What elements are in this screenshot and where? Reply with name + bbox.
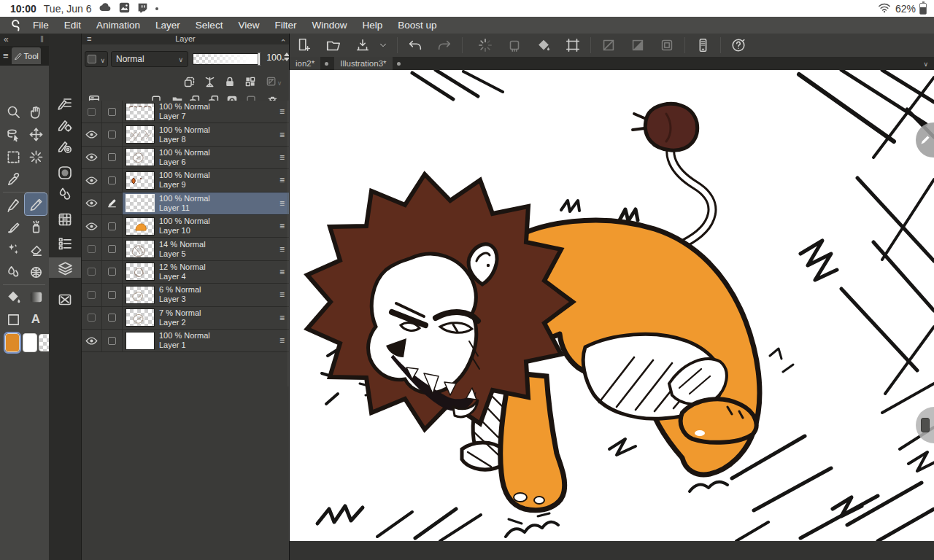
brush-size-icon[interactable] [49, 136, 81, 157]
menu-edit[interactable]: Edit [64, 20, 81, 31]
visibility-cell[interactable] [82, 330, 102, 351]
menu-filter[interactable]: Filter [274, 20, 296, 31]
clip-to-layer-icon[interactable] [181, 74, 197, 90]
menu-help[interactable]: Help [362, 20, 382, 31]
layer-thumbnail[interactable] [126, 286, 155, 304]
menu-select[interactable]: Select [196, 20, 223, 31]
layer-thumbnail[interactable] [126, 171, 155, 190]
tool-move[interactable] [25, 123, 47, 145]
visibility-cell[interactable] [82, 238, 102, 260]
material-disabled-icon[interactable] [657, 36, 676, 55]
tool-auto-select[interactable] [25, 146, 47, 168]
lock-transparent-icon[interactable] [242, 74, 258, 90]
subtool-panel-icon[interactable] [49, 93, 81, 113]
visibility-cell[interactable] [82, 284, 102, 306]
fill-tool-icon[interactable] [534, 36, 553, 55]
menu-layer[interactable]: Layer [155, 20, 180, 31]
editing-cell[interactable] [102, 192, 123, 214]
check-cell[interactable] [102, 284, 123, 306]
layer-row[interactable]: 100 % NormalLayer 7 ≡ [82, 101, 289, 123]
tool-eraser[interactable] [25, 238, 47, 260]
check-cell[interactable] [102, 307, 123, 329]
panel-toggle-chevrons[interactable]: ⌃⌄ [277, 38, 289, 63]
save-options-chevron-icon[interactable] [377, 36, 389, 55]
tablet-companion-icon[interactable] [693, 36, 712, 55]
check-cell[interactable] [102, 238, 123, 260]
layer-menu-icon[interactable]: ≡ [279, 221, 285, 231]
tool-operation[interactable] [2, 123, 24, 145]
layer-menu-icon[interactable]: ≡ [279, 267, 285, 277]
layer-menu-icon[interactable]: ≡ [279, 175, 285, 185]
blend-mode-dropdown[interactable]: Normal [111, 51, 188, 67]
check-cell[interactable] [102, 261, 123, 283]
layer-panel-menu-icon[interactable]: ≡ [87, 34, 91, 44]
visibility-cell[interactable] [82, 307, 102, 329]
palette-color-dropdown[interactable] [85, 51, 108, 67]
layer-row[interactable]: 6 % NormalLayer 3 ≡ [82, 284, 289, 306]
layer-row[interactable]: 100 % NormalLayer 9 ≡ [82, 169, 289, 192]
layer-property-icon[interactable] [49, 233, 81, 254]
visibility-cell[interactable] [82, 192, 102, 214]
menu-file[interactable]: File [33, 20, 49, 31]
tool-marquee[interactable] [2, 146, 24, 168]
navigator-icon[interactable] [49, 289, 81, 310]
check-cell[interactable] [102, 147, 123, 168]
layer-thumbnail[interactable] [126, 125, 155, 144]
layer-menu-icon[interactable]: ≡ [279, 106, 285, 117]
layer-thumbnail[interactable] [126, 103, 155, 121]
canvas-frame-icon[interactable] [563, 36, 582, 55]
layer-thumbnail[interactable] [126, 332, 155, 350]
layer-thumbnail[interactable] [126, 240, 155, 258]
layer-thumbnail[interactable] [126, 308, 155, 327]
tool-liquify[interactable] [25, 261, 47, 283]
layer-thumbnail[interactable] [126, 148, 155, 166]
shade-disabled-icon[interactable] [628, 36, 647, 55]
tool-blend[interactable] [2, 261, 24, 283]
opacity-slider[interactable] [193, 53, 261, 65]
check-cell[interactable] [102, 101, 123, 122]
layer-menu-icon[interactable]: ≡ [279, 335, 285, 346]
color-wheel-icon[interactable] [49, 163, 81, 183]
tab-illustration3[interactable]: Illustration3* [334, 57, 392, 70]
tool-zoom[interactable] [2, 101, 24, 122]
clip-studio-logo[interactable] [9, 18, 23, 32]
tool-palette-tab[interactable]: Tool [12, 47, 41, 64]
layer-row[interactable]: 12 % NormalLayer 4 ≡ [82, 261, 289, 284]
check-cell[interactable] [102, 169, 123, 191]
menu-view[interactable]: View [238, 20, 259, 31]
visibility-cell[interactable] [82, 261, 102, 283]
collapse-left-icon[interactable] [4, 34, 9, 46]
layer-menu-icon[interactable]: ≡ [279, 244, 285, 254]
tab-illustration2[interactable]: ion2* [290, 57, 320, 70]
tool-airbrush[interactable] [25, 216, 47, 238]
layer-row-selected[interactable]: 100 % NormalLayer 11 ≡ [82, 192, 289, 215]
tool-palette-menu-icon[interactable]: ≡ [3, 50, 9, 61]
layer-thumbnail[interactable] [126, 262, 155, 281]
selection-disabled-icon[interactable] [599, 36, 618, 55]
open-file-icon[interactable] [324, 36, 343, 55]
sub-color-swatch[interactable] [23, 333, 37, 352]
lock-icon[interactable] [222, 74, 238, 90]
layer-row[interactable]: 100 % NormalLayer 6 ≡ [82, 147, 289, 169]
layer-row[interactable]: 100 % NormalLayer 10 ≡ [82, 215, 289, 238]
undo-icon[interactable] [406, 36, 425, 55]
tool-brush[interactable] [2, 216, 24, 238]
tool-decoration[interactable] [2, 238, 24, 260]
tool-property-icon[interactable] [49, 114, 81, 135]
layer-thumbnail[interactable] [126, 217, 155, 236]
menu-boost-up[interactable]: Boost up [398, 20, 436, 31]
layer-row[interactable]: 7 % NormalLayer 2 ≡ [82, 307, 289, 330]
layer-row[interactable]: 100 % NormalLayer 8 ≡ [82, 123, 289, 146]
check-cell[interactable] [102, 215, 123, 237]
tool-pen[interactable] [2, 193, 24, 215]
drag-handle-icon[interactable] [40, 34, 44, 46]
tone-icon[interactable] [201, 74, 217, 90]
new-canvas-icon[interactable] [295, 36, 314, 55]
check-cell[interactable] [102, 123, 123, 145]
visibility-cell[interactable] [82, 123, 102, 145]
visibility-cell[interactable] [82, 147, 102, 168]
layer-menu-icon[interactable]: ≡ [279, 198, 285, 209]
visibility-cell[interactable] [82, 169, 102, 191]
layer-menu-icon[interactable]: ≡ [279, 313, 285, 323]
color-mix-icon[interactable] [49, 184, 81, 204]
